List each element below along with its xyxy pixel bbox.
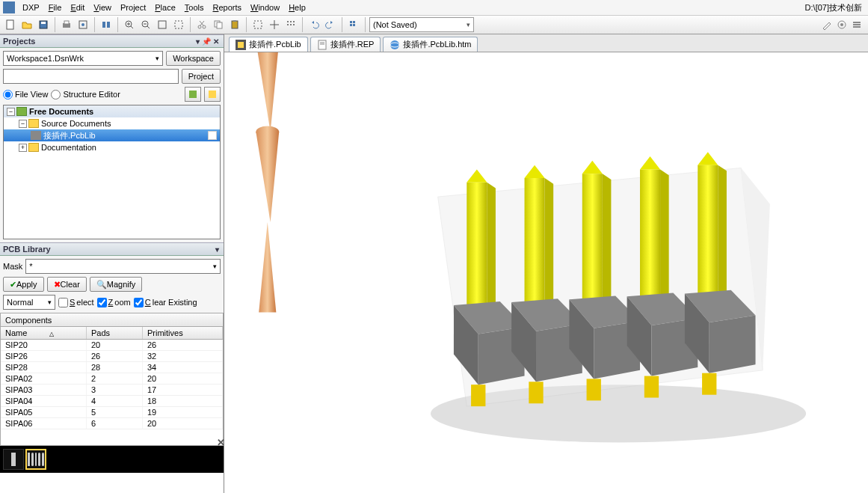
menu-file[interactable]: File [44,1,67,13]
collapse-icon[interactable]: − [7,108,15,116]
svg-rect-45 [238,42,244,48]
clear-button[interactable]: ✖ Clear [47,277,87,292]
dropdown-icon[interactable]: ▾ [214,245,221,254]
select-check[interactable]: Select [58,298,94,307]
svg-line-8 [131,26,133,28]
menu-help[interactable]: Help [284,1,310,13]
print-icon[interactable] [59,17,74,32]
table-row[interactable]: SIPA03317 [1,385,223,396]
book-icon[interactable] [99,17,114,32]
project-tree[interactable]: − Free Documents − Source Documents 接插件.… [3,105,221,239]
expand-icon[interactable]: + [19,144,27,152]
col-name[interactable]: Name△ [1,327,87,339]
svg-rect-55 [525,178,545,302]
svg-point-49 [390,40,399,49]
svg-point-29 [293,21,295,22]
pin-icon[interactable]: ▾ 📌 ✕ [194,37,221,46]
svg-point-16 [198,25,201,28]
menu-place[interactable]: Place [150,1,180,13]
project-button[interactable]: Project [182,69,221,84]
preview-thumb[interactable] [3,449,24,470]
tree-documentation[interactable]: + Documentation [4,141,220,153]
col-pads[interactable]: Pads [87,327,143,339]
menu-view[interactable]: View [89,1,116,13]
undo-icon[interactable] [307,17,321,32]
svg-rect-43 [209,91,216,98]
svg-rect-21 [217,22,222,28]
path-label: D:\[07]技术创新 [805,2,865,13]
document-tabs: 接插件.PcbLib 接插件.REP 接插件.PcbLib.htm [224,34,868,52]
tree-file-pcblib[interactable]: 接插件.PcbLib [4,129,220,141]
menu-project[interactable]: Project [116,1,150,13]
preview-icon[interactable] [76,17,90,32]
move-icon[interactable] [267,17,282,32]
tab-rep[interactable]: 接插件.REP [310,37,381,52]
compile-icon[interactable] [185,87,201,102]
tree-source-documents[interactable]: − Source Documents [4,117,220,129]
svg-rect-15 [175,21,182,28]
table-row[interactable]: SIPA04418 [1,396,223,407]
paste-icon[interactable] [227,17,242,32]
pcblib-header: PCB Library ▾ [0,242,224,256]
save-dropdown[interactable]: (Not Saved) [369,17,474,32]
workspace-button[interactable]: Workspace [166,51,221,66]
svg-line-18 [200,21,204,25]
collapse-icon[interactable]: − [19,120,27,128]
svg-rect-46 [318,40,326,49]
magnify-button[interactable]: 🔍 Magnify [90,277,143,292]
pen-icon[interactable] [822,19,834,31]
table-row[interactable]: SIPA02220 [1,373,223,385]
svg-rect-53 [467,183,487,305]
workspace-combo[interactable]: Workspace1.DsnWrk [3,51,163,66]
table-row[interactable]: SIPA05519 [1,407,223,418]
svg-rect-56 [529,382,543,403]
drag-icon[interactable] [283,17,298,32]
structure-editor-radio[interactable]: Structure Editor [51,90,120,99]
svg-rect-36 [353,24,355,26]
select-icon[interactable] [250,17,265,32]
gear-icon[interactable] [837,19,849,31]
table-row[interactable]: SIP282834 [1,362,223,373]
mode-combo[interactable]: Normal [3,295,55,310]
settings-icon[interactable] [204,87,221,102]
page-icon [208,131,217,140]
htm-icon [390,40,400,50]
mask-combo[interactable]: * [25,259,221,274]
table-row[interactable]: SIPA06620 [1,418,223,429]
clear-existing-check[interactable]: Clear Existing [134,298,197,307]
open-icon[interactable] [19,17,34,32]
grid-header-row[interactable]: Name△ Pads Primitives [1,327,223,340]
tree-free-documents[interactable]: − Free Documents [4,105,220,117]
save-icon[interactable] [36,17,51,32]
pcb-icon [236,40,246,50]
col-primitives[interactable]: Primitives [143,327,223,339]
zoom-in-icon[interactable] [122,17,137,32]
tab-pcblib[interactable]: 接插件.PcbLib [229,37,308,52]
zoom-fit-icon[interactable] [155,17,170,32]
menu-tools[interactable]: Tools [180,1,209,13]
3d-canvas[interactable] [224,52,868,493]
menu-reports[interactable]: Reports [208,1,246,13]
svg-rect-4 [64,21,69,24]
copy-icon[interactable] [211,17,226,32]
table-row[interactable]: SIP262632 [1,351,223,362]
zoom-select-icon[interactable] [171,17,186,32]
tab-htm[interactable]: 接插件.PcbLib.htm [383,37,478,52]
new-icon[interactable] [3,17,18,32]
menu-dxp[interactable]: DXP [18,1,44,13]
apply-button[interactable]: ✔ Apply [3,277,44,292]
project-textbox[interactable] [3,69,179,84]
menu-edit[interactable]: Edit [66,1,89,13]
zoom-check[interactable]: Zoom [97,298,131,307]
zoom-out-icon[interactable] [138,17,153,32]
stack-icon[interactable] [852,19,864,31]
table-row[interactable]: SIP202026 [1,340,223,351]
components-grid[interactable]: Name△ Pads Primitives SIP202026SIP262632… [0,326,224,446]
redo-icon[interactable] [323,17,338,32]
svg-line-12 [147,26,150,28]
menu-window[interactable]: Window [246,1,284,13]
cut-icon[interactable] [194,17,209,32]
file-view-radio[interactable]: File View [3,90,48,99]
grid-icon[interactable] [346,17,361,32]
preview-thumb[interactable] [25,449,46,470]
